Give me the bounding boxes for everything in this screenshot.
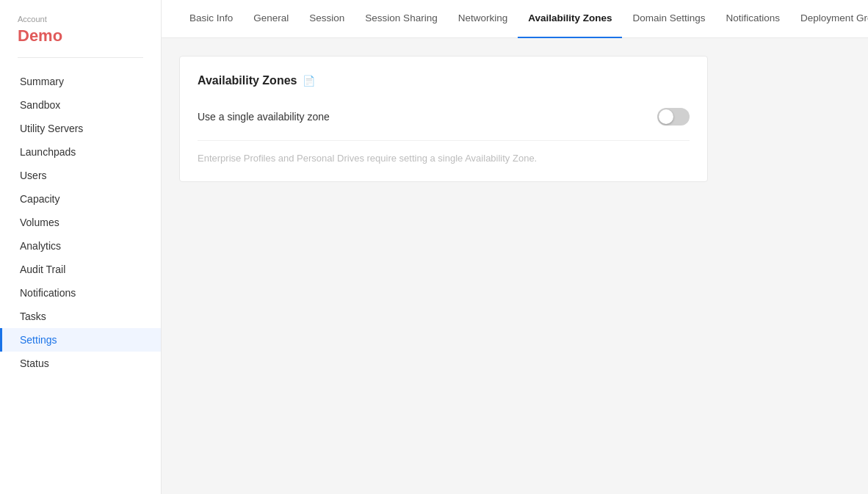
single-zone-toggle[interactable] bbox=[657, 108, 690, 126]
single-zone-label: Use a single availability zone bbox=[198, 111, 330, 123]
sidebar-item-launchpads[interactable]: Launchpads bbox=[0, 140, 161, 164]
sidebar-item-volumes[interactable]: Volumes bbox=[0, 211, 161, 234]
account-name: Demo bbox=[0, 26, 161, 46]
card-title-text: Availability Zones bbox=[198, 74, 297, 87]
single-zone-row: Use a single availability zone bbox=[198, 102, 690, 141]
sidebar-item-status[interactable]: Status bbox=[0, 352, 161, 375]
sidebar-item-tasks[interactable]: Tasks bbox=[0, 305, 161, 328]
sidebar-item-utility-servers[interactable]: Utility Servers bbox=[0, 117, 161, 140]
account-label: Account bbox=[0, 15, 161, 23]
main-area: Basic InfoGeneralSessionSession SharingN… bbox=[162, 0, 868, 494]
tab-deployment-group[interactable]: Deployment Group bbox=[790, 0, 868, 38]
tab-availability-zones[interactable]: Availability Zones bbox=[518, 0, 622, 38]
helper-text: Enterprise Profiles and Personal Drives … bbox=[198, 153, 690, 164]
toggle-thumb bbox=[659, 109, 673, 124]
toggle-track bbox=[657, 108, 690, 126]
tab-basic-info[interactable]: Basic Info bbox=[179, 0, 243, 38]
tab-session[interactable]: Session bbox=[299, 0, 355, 38]
sidebar-item-audit-trail[interactable]: Audit Trail bbox=[0, 258, 161, 281]
content-area: Availability Zones 📄 Use a single availa… bbox=[162, 38, 868, 494]
sidebar-item-notifications[interactable]: Notifications bbox=[0, 281, 161, 305]
card-title-icon: 📄 bbox=[303, 75, 315, 87]
sidebar-item-users[interactable]: Users bbox=[0, 164, 161, 187]
tab-general[interactable]: General bbox=[243, 0, 299, 38]
sidebar-item-analytics[interactable]: Analytics bbox=[0, 234, 161, 258]
sidebar-item-sandbox[interactable]: Sandbox bbox=[0, 93, 161, 117]
sidebar: Account Demo SummarySandboxUtility Serve… bbox=[0, 0, 162, 494]
tab-session-sharing[interactable]: Session Sharing bbox=[355, 0, 447, 38]
sidebar-divider bbox=[18, 57, 143, 58]
sidebar-item-summary[interactable]: Summary bbox=[0, 70, 161, 93]
tab-notifications[interactable]: Notifications bbox=[716, 0, 791, 38]
availability-zones-card: Availability Zones 📄 Use a single availa… bbox=[179, 56, 708, 182]
sidebar-nav: SummarySandboxUtility ServersLaunchpadsU… bbox=[0, 70, 161, 375]
sidebar-item-capacity[interactable]: Capacity bbox=[0, 187, 161, 211]
card-title: Availability Zones 📄 bbox=[198, 74, 690, 87]
tab-domain-settings[interactable]: Domain Settings bbox=[622, 0, 715, 38]
tab-bar: Basic InfoGeneralSessionSession SharingN… bbox=[162, 0, 868, 38]
tab-networking[interactable]: Networking bbox=[448, 0, 518, 38]
sidebar-item-settings[interactable]: Settings bbox=[0, 328, 161, 352]
